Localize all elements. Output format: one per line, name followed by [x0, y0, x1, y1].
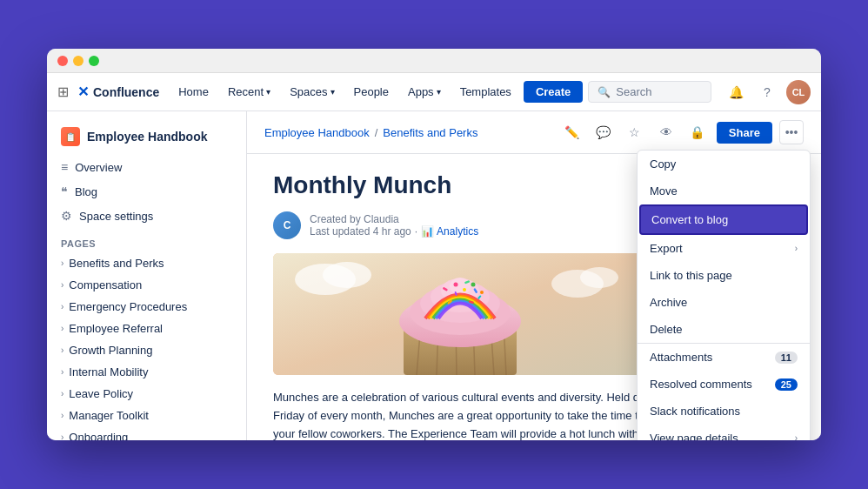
page-item-onboarding[interactable]: › Onboarding [47, 426, 246, 440]
avatar[interactable]: CL [786, 80, 811, 104]
search-box[interactable]: 🔍 Search [588, 81, 711, 103]
confluence-logo[interactable]: ✕ Confluence [77, 84, 159, 100]
svg-point-25 [454, 283, 458, 287]
nav-icons: 🔔 ? CL [724, 80, 811, 104]
create-button[interactable]: Create [524, 81, 583, 103]
ellipsis-icon: ••• [785, 125, 798, 139]
content-actions: ✏️ 💬 ☆ 👁 🔒 Share ••• [560, 120, 804, 144]
breadcrumb-benefits[interactable]: Benefits and Perks [383, 126, 477, 139]
star-icon[interactable]: ☆ [623, 120, 647, 144]
space-icon: 📋 [61, 127, 80, 146]
search-placeholder: Search [616, 85, 651, 98]
chevron-right-icon: › [61, 432, 63, 440]
page-item-leave[interactable]: › Leave Policy [47, 383, 246, 405]
chevron-right-icon: › [61, 389, 63, 399]
sidebar-header: 📋 Employee Handbook [47, 122, 246, 155]
svg-point-2 [323, 262, 371, 288]
pages-section-label: PAGES [47, 228, 246, 252]
nav-people[interactable]: People [347, 82, 396, 102]
menu-item-link[interactable]: Link to this page [638, 262, 810, 289]
svg-point-26 [463, 288, 466, 291]
chevron-right-icon: › [61, 367, 63, 377]
page-content: Employee Handbook / Benefits and Perks ✏… [247, 111, 821, 440]
context-menu: Copy Move Convert to blog Export › Link … [637, 150, 811, 440]
edit-icon[interactable]: ✏️ [560, 120, 584, 144]
maximize-button[interactable] [89, 56, 99, 66]
search-icon: 🔍 [598, 86, 611, 98]
notifications-icon[interactable]: 🔔 [724, 80, 748, 104]
page-item-growth[interactable]: › Growth Planning [47, 339, 246, 361]
analytics-link[interactable]: 📊 Analytics [421, 225, 478, 238]
chevron-right-icon: › [61, 280, 63, 290]
blog-icon: ❝ [61, 184, 68, 198]
nav-templates[interactable]: Templates [453, 82, 518, 102]
eye-icon[interactable]: 👁 [654, 120, 678, 144]
sidebar-item-settings[interactable]: ⚙ Space settings [47, 204, 246, 228]
chevron-right-icon: › [61, 411, 63, 420]
author-info: Created by Claudia Last updated 4 hr ago… [310, 213, 478, 238]
page-item-referral[interactable]: › Employee Referral [47, 318, 246, 339]
chevron-right-icon: › [795, 244, 798, 253]
menu-item-convert-to-blog[interactable]: Convert to blog [639, 204, 808, 235]
chevron-down-icon: ▾ [331, 87, 335, 97]
minimize-button[interactable] [73, 56, 83, 66]
main-content: 📋 Employee Handbook ≡ Overview ❝ Blog ⚙ … [47, 111, 821, 440]
cupcake-image [273, 253, 647, 375]
app-window: ⊞ ✕ Confluence Home Recent ▾ Spaces ▾ Pe… [47, 49, 821, 440]
nav-spaces[interactable]: Spaces ▾ [283, 82, 341, 102]
sidebar-item-overview[interactable]: ≡ Overview [47, 155, 246, 179]
sidebar-space-title: Employee Handbook [87, 130, 207, 144]
chevron-right-icon: › [61, 345, 63, 355]
page-item-manager[interactable]: › Manager Toolkit [47, 405, 246, 426]
menu-item-resolved-comments[interactable]: Resolved comments 25 [638, 371, 810, 398]
resolved-comments-badge: 25 [775, 378, 798, 391]
chevron-right-icon: › [61, 324, 63, 333]
settings-icon: ⚙ [61, 209, 72, 223]
author-meta: Last updated 4 hr ago · 📊 Analytics [310, 225, 478, 238]
content-header: Employee Handbook / Benefits and Perks ✏… [247, 111, 821, 154]
page-item-mobility[interactable]: › Internal Mobility [47, 361, 246, 383]
app-name: Confluence [93, 85, 159, 99]
menu-item-export[interactable]: Export › [638, 235, 810, 262]
avatar-image: CL [786, 80, 811, 104]
breadcrumb: Employee Handbook / Benefits and Perks [264, 126, 477, 139]
chevron-right-icon: › [61, 258, 63, 268]
menu-item-delete[interactable]: Delete [638, 316, 810, 343]
chevron-down-icon: ▾ [266, 87, 270, 97]
breadcrumb-separator: / [375, 126, 378, 139]
menu-item-move[interactable]: Move [638, 178, 810, 204]
attachments-badge: 11 [775, 352, 798, 364]
menu-item-slack[interactable]: Slack notifications [638, 398, 810, 425]
chevron-right-icon: › [61, 302, 63, 311]
nav-home[interactable]: Home [171, 82, 216, 102]
menu-item-archive[interactable]: Archive [638, 289, 810, 316]
menu-item-copy[interactable]: Copy [638, 151, 810, 178]
close-button[interactable] [57, 56, 68, 66]
navbar: ⊞ ✕ Confluence Home Recent ▾ Spaces ▾ Pe… [47, 73, 821, 111]
page-item-compensation[interactable]: › Compensation [47, 274, 246, 296]
svg-point-4 [580, 267, 618, 288]
more-options-button[interactable]: ••• [779, 120, 804, 144]
menu-item-view-details[interactable]: View page details › [638, 425, 810, 440]
logo-x-icon: ✕ [77, 84, 89, 100]
menu-item-attachments[interactable]: Attachments 11 [638, 344, 810, 371]
nav-recent[interactable]: Recent ▾ [221, 82, 277, 102]
chart-icon: 📊 [421, 225, 434, 238]
author-avatar: C [273, 211, 301, 239]
breadcrumb-handbook[interactable]: Employee Handbook [264, 126, 370, 139]
page-image [273, 253, 647, 375]
nav-apps[interactable]: Apps ▾ [401, 82, 448, 102]
page-item-emergency[interactable]: › Emergency Procedures [47, 296, 246, 318]
author-created: Created by Claudia [310, 213, 478, 225]
svg-point-17 [450, 278, 471, 295]
share-button[interactable]: Share [717, 122, 772, 144]
titlebar [47, 49, 821, 73]
sidebar-item-blog[interactable]: ❝ Blog [47, 179, 246, 204]
comment-icon[interactable]: 💬 [591, 120, 616, 144]
lock-icon[interactable]: 🔒 [685, 120, 710, 144]
page-item-benefits[interactable]: › Benefits and Perks [47, 252, 246, 274]
help-icon[interactable]: ? [755, 80, 779, 104]
grid-icon[interactable]: ⊞ [57, 84, 69, 100]
chevron-right-icon: › [795, 433, 798, 440]
svg-point-28 [480, 291, 484, 294]
